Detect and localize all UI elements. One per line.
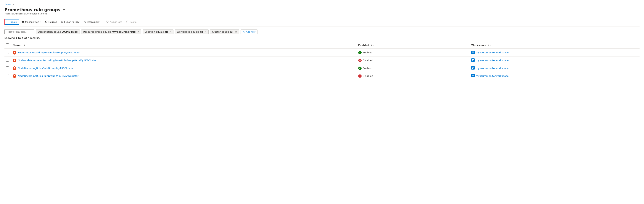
row-workspace-link-1[interactable]: myazuremonitorworkspace [471, 58, 637, 62]
row-name-link-2[interactable]: NodeRecordingRulesRuleGroup-MyAKSCluster [13, 66, 354, 70]
toolbar: + Create Manage view ▾ Refresh [4, 17, 640, 27]
row-checkbox-0[interactable] [6, 51, 9, 54]
row-checkbox-1[interactable] [6, 59, 9, 62]
add-filter-icon [242, 30, 245, 33]
header-name[interactable]: Name ↑↓ [11, 42, 357, 49]
create-outline: + Create [4, 19, 19, 25]
manage-view-button[interactable]: Manage view ▾ [20, 19, 43, 24]
filter-cluster: Cluster equals all ✕ [210, 29, 239, 34]
row-workspace-text-0: myazuremonitorworkspace [476, 51, 509, 54]
row-name-link-1[interactable]: NodeAndKubernetesRecordingRulesRuleGroup… [13, 59, 354, 62]
row-name-text-1: NodeAndKubernetesRecordingRulesRuleGroup… [18, 59, 97, 62]
row-status-text-2: Enabled [363, 67, 372, 70]
row-status-1: Disabled [358, 59, 468, 62]
filter-location: Location equals all ✕ [143, 29, 174, 34]
row-workspace-icon-0 [471, 51, 475, 55]
table-row: KubernetesRecordingRulesRuleGroup-MyAKSC… [4, 49, 640, 57]
tag-icon [106, 20, 109, 23]
row-status-2: Enabled [358, 67, 468, 70]
plus-icon: + [7, 20, 8, 23]
delete-button[interactable]: Delete [124, 19, 138, 24]
page-title: Prometheus rule groups [4, 7, 60, 12]
header-checkbox [4, 42, 11, 49]
filter-resource-group: Resource group equals myresourcegroup ✕ [81, 29, 141, 34]
svg-point-0 [69, 9, 70, 10]
name-sort-icon: ↑↓ [22, 44, 25, 46]
table-row: NodeAndKubernetesRecordingRulesRuleGroup… [4, 57, 640, 64]
row-name-text-0: KubernetesRecordingRulesRuleGroup-MyAKSC… [18, 51, 80, 54]
pin-button[interactable] [62, 8, 66, 11]
refresh-icon [45, 20, 48, 23]
delete-icon [126, 20, 129, 23]
breadcrumb: Home > [4, 3, 640, 5]
row-checkbox-3[interactable] [6, 74, 9, 77]
header-enabled[interactable]: Enabled ↑↓ [357, 42, 470, 49]
row-workspace-link-2[interactable]: myazuremonitorworkspace [471, 66, 637, 70]
gear-icon [22, 20, 24, 23]
row-status-0: Enabled [358, 51, 468, 54]
open-query-button[interactable]: Open query [82, 19, 101, 24]
add-filter-button[interactable]: Add filter [240, 29, 258, 34]
row-workspace-icon-3 [471, 74, 475, 78]
row-workspace-icon-2 [471, 66, 475, 70]
assign-tags-button[interactable]: Assign tags [105, 19, 124, 24]
refresh-button[interactable]: Refresh [44, 19, 58, 24]
page-header: Prometheus rule groups Microsoft (micros… [4, 7, 640, 15]
filter-workspace: Workspace equals all ✕ [175, 29, 208, 34]
row-name-link-0[interactable]: KubernetesRecordingRulesRuleGroup-MyAKSC… [13, 51, 354, 55]
filter-workspace-close[interactable]: ✕ [205, 31, 206, 33]
enabled-sort-icon: ↑↓ [371, 44, 374, 46]
filter-subscription: Subscription equals ACME Telco [36, 29, 80, 34]
row-status-text-1: Disabled [363, 59, 373, 62]
row-workspace-text-1: myazuremonitorworkspace [476, 59, 509, 62]
table-row: NodeRecordingRulesRuleGroup-Win-MyAKSClu… [4, 72, 640, 80]
chevron-down-icon: ▾ [40, 21, 41, 23]
data-table: Name ↑↓ Enabled ↑↓ Workspace ↑↓ Kubernet… [4, 42, 640, 80]
row-rule-icon-2 [13, 66, 16, 70]
breadcrumb-home[interactable]: Home [4, 3, 11, 5]
filter-location-close[interactable]: ✕ [170, 31, 172, 33]
row-name-link-3[interactable]: NodeRecordingRulesRuleGroup-Win-MyAKSClu… [13, 74, 354, 78]
filter-input[interactable] [4, 29, 34, 34]
row-workspace-text-2: myazuremonitorworkspace [476, 67, 509, 70]
more-options-button[interactable] [68, 8, 72, 11]
row-rule-icon-0 [13, 51, 16, 55]
row-status-text-0: Enabled [363, 51, 372, 54]
row-workspace-link-0[interactable]: myazuremonitorworkspace [471, 51, 637, 55]
row-status-dot-3 [358, 74, 362, 78]
row-status-dot-2 [358, 67, 362, 70]
row-name-text-2: NodeRecordingRulesRuleGroup-MyAKSCluster [18, 67, 73, 70]
row-status-3: Disabled [358, 74, 468, 78]
filter-cluster-close[interactable]: ✕ [235, 31, 237, 33]
query-icon [83, 20, 86, 23]
download-icon [60, 20, 63, 23]
workspace-sort-icon: ↑↓ [488, 44, 491, 46]
row-rule-icon-3 [13, 74, 16, 78]
row-checkbox-2[interactable] [6, 66, 9, 69]
row-rule-icon-1 [13, 59, 16, 62]
row-name-text-3: NodeRecordingRulesRuleGroup-Win-MyAKSClu… [18, 75, 78, 77]
table-row: NodeRecordingRulesRuleGroup-MyAKSCluster… [4, 64, 640, 72]
row-status-dot-0 [358, 51, 362, 54]
toolbar-separator-1 [103, 20, 103, 24]
row-workspace-icon-1 [471, 58, 475, 62]
filter-bar: Subscription equals ACME Telco Resource … [4, 29, 640, 34]
svg-point-1 [70, 9, 70, 10]
select-all-checkbox[interactable] [6, 43, 9, 46]
row-workspace-link-3[interactable]: myazuremonitorworkspace [471, 74, 637, 78]
export-csv-button[interactable]: Export to CSV [59, 19, 81, 24]
breadcrumb-separator: > [12, 3, 14, 5]
row-status-dot-1 [358, 59, 362, 62]
row-status-text-3: Disabled [363, 75, 373, 77]
page-subtitle: Microsoft (microsoft.onmicrosoft.com) [4, 12, 640, 15]
records-count: Showing 1 to 4 of 4 records. [4, 36, 640, 39]
create-button[interactable]: + Create [5, 19, 19, 25]
header-workspace[interactable]: Workspace ↑↓ [470, 42, 640, 49]
filter-resource-group-close[interactable]: ✕ [138, 31, 139, 33]
row-workspace-text-3: myazuremonitorworkspace [476, 75, 509, 77]
svg-point-2 [71, 9, 72, 10]
